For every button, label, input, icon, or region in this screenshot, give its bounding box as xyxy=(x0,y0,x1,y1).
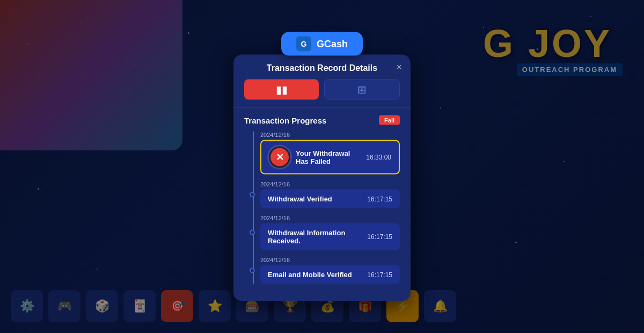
fail-badge: Fail xyxy=(379,115,400,125)
timeline-item-1: 2024/12/16 Withdrawal Verified 16:17:15 xyxy=(244,181,400,208)
tab-grid-button[interactable]: ⊞ xyxy=(324,79,400,100)
progress-header: Transaction Progress Fail xyxy=(233,115,411,132)
timeline-item-2: 2024/12/16 Withdrawal Information Receiv… xyxy=(244,215,400,250)
timeline: 2024/12/16 ✕ Your Withdrawal Has Failed … xyxy=(233,132,411,284)
timeline-dot-1 xyxy=(250,192,255,197)
modal-header: Transaction Record Details × xyxy=(233,55,411,79)
close-button[interactable]: × xyxy=(396,62,402,72)
tab-list-button[interactable]: ▮▮ xyxy=(244,79,319,100)
fail-icon: ✕ xyxy=(269,147,290,168)
timeline-item-3: 2024/12/16 Email and Mobile Verified 16:… xyxy=(244,257,400,284)
tab-row: ▮▮ ⊞ xyxy=(233,79,411,107)
modal: Transaction Record Details × ▮▮ ⊞ Transa… xyxy=(233,55,411,301)
timeline-time-3: 16:17:15 xyxy=(367,271,392,278)
gcash-label: GCash xyxy=(317,38,348,49)
modal-title: Transaction Record Details xyxy=(267,63,377,73)
timeline-text-2: Withdrawal Information Received. xyxy=(268,229,362,245)
gcash-header: G GCash xyxy=(281,32,363,56)
list-icon: ▮▮ xyxy=(276,83,288,96)
timeline-time-2: 16:17:15 xyxy=(367,233,392,241)
timeline-text-3: Email and Mobile Verified xyxy=(268,271,362,279)
grid-icon: ⊞ xyxy=(357,83,367,96)
modal-wrapper: G GCash Transaction Record Details × ▮▮ … xyxy=(233,32,411,301)
timeline-dot-2 xyxy=(250,230,255,235)
timeline-date-3: 2024/12/16 xyxy=(260,257,400,263)
timeline-dot-3 xyxy=(250,267,255,273)
timeline-card-1: Withdrawal Verified 16:17:15 xyxy=(260,190,400,208)
timeline-text-0: Your Withdrawal Has Failed xyxy=(296,149,361,165)
timeline-text-1: Withdrawal Verified xyxy=(268,195,362,203)
timeline-date-1: 2024/12/16 xyxy=(260,181,400,187)
progress-title: Transaction Progress xyxy=(244,115,326,125)
timeline-card-3: Email and Mobile Verified 16:17:15 xyxy=(260,265,400,284)
timeline-card-0: ✕ Your Withdrawal Has Failed 16:33:00 xyxy=(260,140,400,175)
gcash-logo: G xyxy=(296,37,311,52)
timeline-date-2: 2024/12/16 xyxy=(260,215,400,221)
divider xyxy=(233,107,411,108)
timeline-date-0: 2024/12/16 xyxy=(260,132,400,138)
timeline-time-0: 16:33:00 xyxy=(366,154,391,161)
timeline-card-2: Withdrawal Information Received. 16:17:1… xyxy=(260,223,400,250)
timeline-time-1: 16:17:15 xyxy=(367,195,392,202)
timeline-item-0: 2024/12/16 ✕ Your Withdrawal Has Failed … xyxy=(244,132,400,175)
